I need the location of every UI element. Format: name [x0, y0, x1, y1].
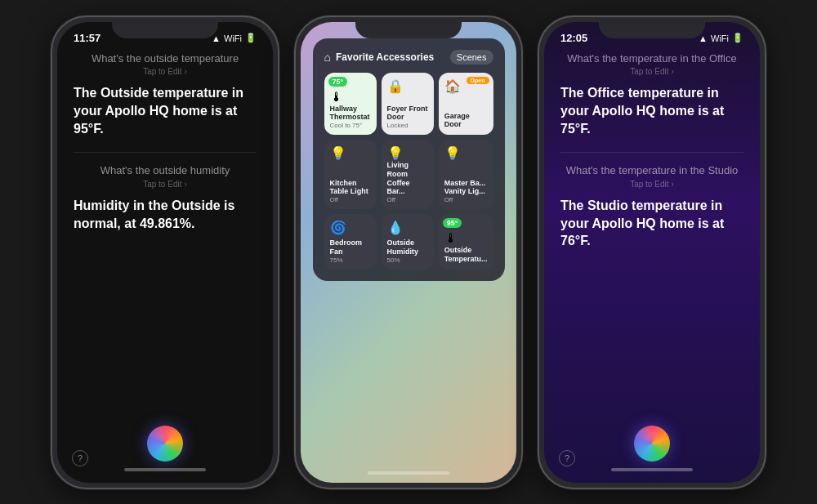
tile-master-bath[interactable]: 💡 Master Ba... Vanity Lig... Off — [439, 140, 493, 209]
tile-sub-living: Off — [387, 196, 428, 203]
time-right: 12:05 — [560, 32, 587, 44]
tile-living-room[interactable]: 💡 Living Room Coffee Bar... Off — [382, 140, 434, 209]
siri-screen-left: 11:57 ▲ WiFi 🔋 What's the outside temper… — [57, 22, 273, 483]
query-text-1-right: What's the temperature in the Office — [560, 52, 743, 66]
tile-icon-bath: 💡 — [444, 145, 488, 161]
tile-icon-living: 💡 — [387, 145, 428, 161]
tap-to-edit-2-left[interactable]: Tap to Edit › — [74, 180, 257, 189]
query-1-right: What's the temperature in the Office Tap… — [560, 52, 743, 77]
tile-bedroom-fan[interactable]: 🌀 Bedroom Fan 75% — [324, 214, 377, 270]
right-phone: 12:05 ▲ WiFi 🔋 What's the temperature in… — [538, 16, 766, 489]
screen-middle: ⌂ Favorite Accessories Scenes 75° 🌡 Hall… — [301, 22, 516, 483]
notch-left — [112, 17, 218, 38]
temp-badge-outside: 95° — [443, 218, 462, 228]
status-icons-left: ▲ WiFi 🔋 — [212, 33, 257, 43]
query-text-1-left: What's the outside temperature — [74, 52, 257, 66]
tile-name-garage: Garage Door — [444, 112, 488, 130]
notch-middle — [355, 17, 462, 38]
tile-sub-foyer: Locked — [387, 122, 428, 129]
tile-sub-thermostat: Cool to 75° — [330, 122, 371, 129]
chevron-right-icon: › — [184, 67, 186, 76]
query-text-2-right: What's the temperature in the Studio — [560, 164, 743, 178]
tile-sub-bath: Off — [444, 196, 488, 203]
scenes-button[interactable]: Scenes — [450, 50, 493, 65]
siri-bottom-right: ? — [544, 417, 760, 483]
query-2-right: What's the temperature in the Studio Tap… — [560, 164, 743, 189]
divider-left — [74, 152, 257, 153]
tile-name-kitchen: Kitchen Table Light — [330, 179, 371, 197]
answer-1-right: The Office temperature in your Apollo HQ… — [560, 84, 743, 137]
temp-badge: 75° — [328, 77, 348, 87]
home-screen-middle: ⌂ Favorite Accessories Scenes 75° 🌡 Hall… — [301, 22, 516, 483]
tile-outside-humidity[interactable]: 💧 Outside Humidity 50% — [382, 214, 434, 270]
home-icon: ⌂ — [324, 51, 331, 64]
tile-icon-thermostat: 🌡 — [330, 90, 371, 105]
answer-1-left: The Outside temperature in your Apollo H… — [74, 84, 257, 137]
left-phone: 11:57 ▲ WiFi 🔋 What's the outside temper… — [51, 16, 279, 489]
screen-left: 11:57 ▲ WiFi 🔋 What's the outside temper… — [57, 22, 273, 483]
panel-title: Favorite Accessories — [336, 51, 434, 63]
help-icon-left[interactable]: ? — [72, 450, 88, 466]
home-indicator-middle[interactable] — [368, 471, 449, 475]
siri-content-left: What's the outside temperature Tap to Ed… — [57, 48, 273, 417]
siri-orb-left[interactable] — [147, 426, 183, 462]
answer-2-left: Humidity in the Outside is normal, at 49… — [74, 197, 257, 232]
tile-sub-fan: 75% — [330, 256, 371, 264]
answer-2-right: The Studio temperature in your Apollo HQ… — [560, 197, 743, 250]
open-badge: Open — [467, 77, 489, 84]
tile-name-temp: Outside Temperatu... — [444, 246, 488, 264]
siri-bottom-left: ? — [57, 417, 273, 483]
tile-icon-fan: 🌀 — [330, 220, 371, 235]
tile-name-humidity: Outside Humidity — [387, 239, 428, 256]
tile-hallway-thermostat[interactable]: 75° 🌡 Hallway Thermostat Cool to 75° — [324, 73, 377, 136]
tile-sub-kitchen: Off — [330, 196, 371, 203]
tile-name-bath: Master Ba... Vanity Lig... — [444, 179, 488, 197]
divider-right — [560, 152, 743, 153]
tap-to-edit-2-right[interactable]: Tap to Edit › — [560, 180, 743, 189]
siri-content-right: What's the temperature in the Office Tap… — [544, 48, 760, 417]
screen-right: 12:05 ▲ WiFi 🔋 What's the temperature in… — [544, 22, 760, 483]
siri-orb-right[interactable] — [634, 426, 670, 462]
panel-header: ⌂ Favorite Accessories Scenes — [324, 50, 493, 65]
chevron-right-icon-2: › — [184, 180, 186, 189]
chevron-right-icon-3: › — [671, 67, 673, 76]
tile-name-living: Living Room Coffee Bar... — [387, 161, 428, 196]
chevron-right-icon-4: › — [671, 180, 673, 189]
tile-icon-kitchen: 💡 — [330, 145, 371, 161]
siri-screen-right: 12:05 ▲ WiFi 🔋 What's the temperature in… — [544, 22, 760, 483]
middle-phone: ⌂ Favorite Accessories Scenes 75° 🌡 Hall… — [294, 16, 523, 489]
tile-name-fan: Bedroom Fan — [330, 239, 371, 256]
panel-title-row: ⌂ Favorite Accessories — [324, 51, 435, 64]
tile-kitchen-light[interactable]: 💡 Kitchen Table Light Off — [324, 140, 377, 209]
time-left: 11:57 — [74, 32, 100, 44]
notch-right — [599, 17, 705, 38]
tile-outside-temp[interactable]: 95° 🌡 Outside Temperatu... — [439, 214, 493, 270]
tile-sub-humidity: 50% — [387, 256, 428, 264]
tile-foyer-door[interactable]: 🔒 Foyer Front Door Locked — [382, 73, 434, 136]
query-text-2-left: What's the outside humidity — [74, 164, 257, 178]
tap-to-edit-1-right[interactable]: Tap to Edit › — [560, 67, 743, 76]
home-indicator-right[interactable] — [611, 468, 693, 471]
home-indicator-left[interactable] — [124, 468, 206, 471]
tile-name-foyer: Foyer Front Door — [387, 105, 428, 123]
help-icon-right[interactable]: ? — [559, 450, 575, 466]
homekit-panel: ⌂ Favorite Accessories Scenes 75° 🌡 Hall… — [313, 38, 505, 281]
query-1-left: What's the outside temperature Tap to Ed… — [74, 52, 257, 77]
tile-icon-foyer: 🔒 — [387, 78, 428, 94]
tile-garage-door[interactable]: Open 🏠 Garage Door — [439, 73, 493, 136]
query-2-left: What's the outside humidity Tap to Edit … — [74, 164, 257, 189]
accessories-grid: 75° 🌡 Hallway Thermostat Cool to 75° 🔒 F… — [324, 73, 493, 270]
tile-icon-humidity: 💧 — [387, 220, 428, 235]
status-icons-right: ▲ WiFi 🔋 — [699, 33, 743, 43]
tap-to-edit-1-left[interactable]: Tap to Edit › — [74, 67, 257, 76]
tile-icon-temp: 🌡 — [444, 231, 488, 246]
tile-name-thermostat: Hallway Thermostat — [330, 105, 371, 123]
